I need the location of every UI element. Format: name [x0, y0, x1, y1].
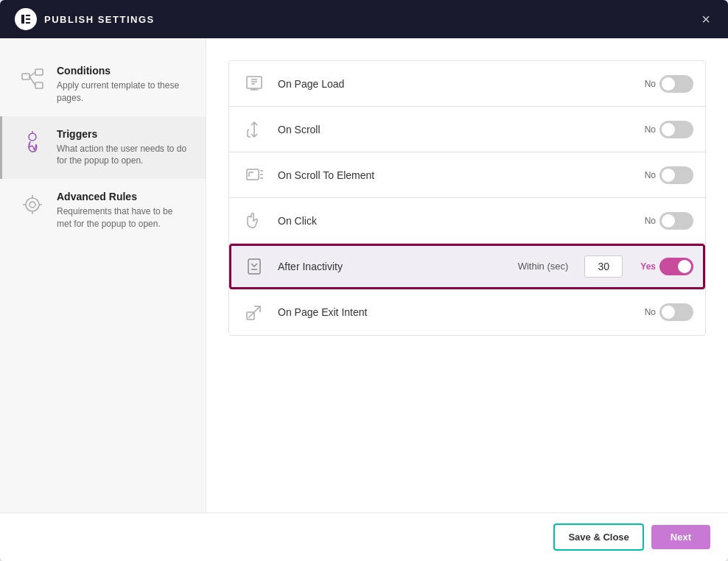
on-page-exit-intent-icon: [241, 299, 267, 325]
publish-settings-modal: PUBLISH SETTINGS × Conditions: [0, 0, 728, 561]
on-scroll-to-element-toggle-wrap: No: [645, 166, 693, 184]
trigger-row-on-page-load: On Page Load No: [229, 61, 705, 107]
after-inactivity-toggle-wrap: Yes: [640, 258, 693, 275]
svg-line-7: [29, 72, 35, 77]
trigger-row-on-click: On Click No: [229, 198, 705, 244]
elementor-logo: [15, 8, 37, 30]
after-inactivity-icon: [241, 253, 267, 280]
main-content: On Page Load No: [206, 38, 728, 512]
within-label: Within (sec): [518, 261, 569, 272]
on-scroll-icon: [241, 116, 267, 143]
conditions-icon: [18, 65, 46, 93]
after-inactivity-toggle[interactable]: [659, 258, 693, 275]
after-inactivity-toggle-on-label: Yes: [640, 261, 656, 272]
close-button[interactable]: ×: [699, 9, 713, 29]
trigger-row-on-page-exit-intent: On Page Exit Intent No: [229, 289, 705, 335]
advanced-rules-icon: [18, 191, 46, 219]
trigger-row-after-inactivity: After Inactivity Within (sec) Yes: [229, 244, 705, 289]
on-scroll-toggle[interactable]: [659, 121, 693, 138]
on-scroll-to-element-toggle-off-label: No: [645, 170, 656, 180]
modal-header: PUBLISH SETTINGS ×: [0, 0, 728, 38]
svg-rect-2: [26, 18, 30, 20]
on-click-toggle-wrap: No: [645, 212, 693, 230]
trigger-list: On Page Load No: [228, 60, 706, 336]
conditions-label: Conditions: [57, 65, 189, 77]
on-scroll-to-element-toggle[interactable]: [659, 166, 693, 184]
on-scroll-toggle-off-label: No: [645, 124, 656, 135]
on-click-toggle-off-label: No: [645, 216, 656, 226]
sidebar-item-advanced-rules[interactable]: Advanced Rules Requirements that have to…: [0, 179, 206, 242]
svg-point-9: [29, 133, 36, 141]
svg-rect-5: [35, 69, 43, 75]
advanced-rules-text: Advanced Rules Requirements that have to…: [57, 191, 189, 230]
advanced-rules-desc: Requirements that have to be met for the…: [57, 205, 189, 230]
on-page-exit-intent-toggle-wrap: No: [645, 303, 693, 321]
on-scroll-to-element-icon: [241, 162, 267, 188]
triggers-desc: What action the user needs to do for the…: [57, 143, 189, 168]
modal-footer: Save & Close Next: [0, 512, 728, 561]
modal-title: PUBLISH SETTINGS: [44, 14, 155, 25]
svg-rect-3: [26, 22, 30, 24]
on-page-load-label: On Page Load: [278, 78, 627, 90]
conditions-text: Conditions Apply current template to the…: [57, 65, 189, 105]
on-scroll-to-element-label: On Scroll To Element: [278, 169, 627, 181]
on-page-exit-intent-toggle[interactable]: [659, 303, 693, 321]
svg-rect-1: [26, 15, 30, 16]
on-page-exit-intent-toggle-off-label: No: [645, 307, 656, 317]
triggers-label: Triggers: [57, 128, 189, 140]
header-left: PUBLISH SETTINGS: [15, 8, 155, 30]
save-close-button[interactable]: Save & Close: [553, 523, 643, 551]
trigger-row-on-scroll-to-element: On Scroll To Element No: [229, 152, 705, 198]
on-page-load-toggle-wrap: No: [645, 75, 693, 93]
next-button[interactable]: Next: [651, 525, 710, 549]
svg-rect-4: [22, 74, 29, 80]
on-click-icon: [241, 208, 267, 234]
trigger-row-on-scroll: On Scroll No: [229, 107, 705, 152]
sidebar-item-triggers[interactable]: Triggers What action the user needs to d…: [0, 116, 206, 180]
svg-point-11: [26, 198, 39, 211]
sidebar: Conditions Apply current template to the…: [0, 38, 206, 512]
svg-point-12: [29, 202, 35, 208]
triggers-text: Triggers What action the user needs to d…: [57, 128, 189, 168]
advanced-rules-label: Advanced Rules: [57, 191, 189, 202]
after-inactivity-label: After Inactivity: [278, 261, 508, 272]
svg-rect-0: [21, 15, 24, 24]
on-page-exit-intent-label: On Page Exit Intent: [278, 306, 627, 318]
sidebar-item-conditions[interactable]: Conditions Apply current template to the…: [0, 53, 206, 116]
on-scroll-label: On Scroll: [278, 124, 627, 135]
triggers-icon: [18, 128, 46, 156]
on-page-load-icon: [241, 71, 267, 97]
svg-line-8: [29, 77, 35, 85]
on-page-load-toggle[interactable]: [659, 75, 693, 93]
svg-rect-6: [35, 82, 43, 88]
modal-body: Conditions Apply current template to the…: [0, 38, 728, 512]
on-scroll-toggle-wrap: No: [645, 121, 693, 138]
on-click-toggle[interactable]: [659, 212, 693, 230]
svg-rect-17: [247, 77, 262, 88]
on-page-load-toggle-off-label: No: [645, 79, 656, 89]
conditions-desc: Apply current template to these pages.: [57, 80, 189, 105]
within-input[interactable]: [584, 255, 623, 278]
on-click-label: On Click: [278, 215, 627, 227]
